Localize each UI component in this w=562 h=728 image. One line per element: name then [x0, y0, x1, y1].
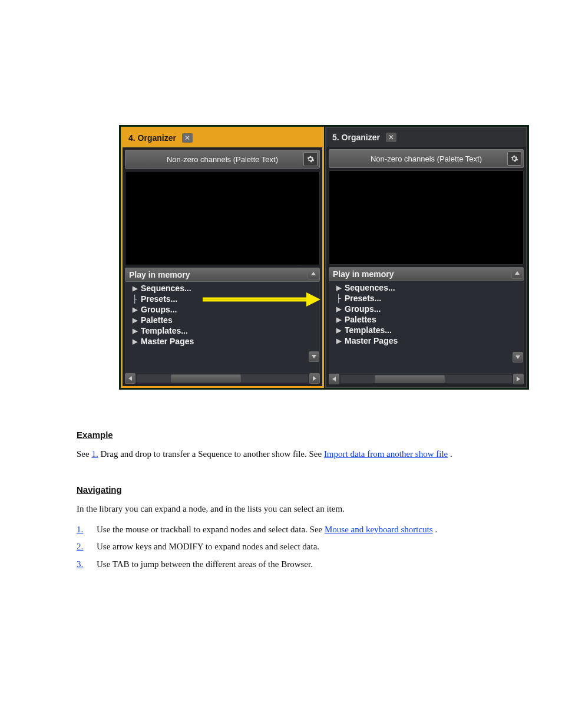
tree-label: Master Pages [345, 336, 398, 345]
scroll-thumb[interactable] [171, 374, 240, 383]
tree-label: Groups... [345, 304, 381, 314]
organizer-panel-5[interactable]: 5. Organizer ✕ Non-zero channels (Palett… [325, 127, 527, 388]
heading-example: Example [77, 428, 489, 442]
text: . [435, 525, 437, 534]
vertical-scrollbar[interactable] [309, 282, 319, 362]
section-header[interactable]: Play in memory [125, 268, 320, 282]
tree-label: Templates... [345, 325, 392, 335]
tree-label: Sequences... [345, 283, 395, 292]
scroll-up-icon[interactable] [511, 267, 523, 279]
section-header[interactable]: Play in memory [329, 267, 524, 281]
screenshot-region: 4. Organizer ✕ Non-zero channels (Palett… [119, 125, 529, 390]
tree-item-sequences[interactable]: ▶Sequences... [131, 283, 319, 294]
scroll-up-icon[interactable] [308, 268, 319, 279]
tree-item-palettes[interactable]: ▶Palettes [335, 314, 523, 325]
section-label: Play in memory [333, 269, 394, 279]
tree-label: Palettes [141, 315, 173, 325]
organizer-panel-4[interactable]: 4. Organizer ✕ Non-zero channels (Palett… [121, 127, 324, 388]
vertical-scrollbar[interactable] [513, 281, 523, 363]
scroll-left-icon[interactable] [329, 374, 339, 384]
tree-item-templates[interactable]: ▶Templates... [335, 325, 523, 335]
branch-icon: ├ [335, 294, 342, 303]
paragraph: In the library you can expand a node, an… [77, 502, 489, 516]
text: Use arrow keys and MODIFY to expand node… [97, 540, 489, 554]
tab-title[interactable]: 5. Organizer [329, 131, 384, 143]
expand-icon[interactable]: ▶ [335, 284, 342, 292]
tree-label: Groups... [141, 305, 177, 314]
link-num-2[interactable]: 2. [77, 542, 83, 551]
text: Use the mouse or trackball to expand nod… [97, 525, 325, 534]
tree-label: Master Pages [141, 337, 194, 346]
gear-icon[interactable] [303, 152, 318, 166]
horizontal-scrollbar[interactable] [125, 373, 320, 384]
expand-icon[interactable]: ▶ [335, 305, 342, 313]
tree-item-groups[interactable]: ▶Groups... [335, 304, 523, 314]
link-num-1[interactable]: 1. [77, 525, 83, 534]
scroll-left-icon[interactable] [125, 373, 135, 384]
tree-label: Presets... [141, 294, 177, 304]
tree-item-sequences[interactable]: ▶Sequences... [335, 282, 523, 293]
text: See [77, 449, 91, 459]
tree-item-presets[interactable]: ├Presets... [335, 293, 523, 304]
link-import[interactable]: Import data from another show file [324, 449, 448, 459]
expand-icon[interactable]: ▶ [335, 337, 342, 345]
text: Use TAB to jump between the different ar… [97, 558, 489, 571]
text: Drag and drop to transfer a Sequence to … [100, 449, 323, 459]
content-area[interactable] [125, 171, 320, 265]
link-ref-1[interactable]: 1. [91, 449, 98, 459]
tree-item-masterpages[interactable]: ▶Master Pages [335, 335, 523, 346]
header-label: Non-zero channels (Palette Text) [371, 154, 482, 163]
tree-label: Palettes [345, 315, 376, 324]
close-icon[interactable]: ✕ [386, 133, 396, 142]
tree-label: Presets... [345, 294, 381, 303]
tree-item-groups[interactable]: ▶Groups... [131, 304, 319, 315]
close-icon[interactable]: ✕ [182, 133, 193, 143]
scroll-down-icon[interactable] [309, 351, 319, 362]
scroll-track[interactable] [137, 374, 308, 383]
scroll-track[interactable] [340, 375, 512, 383]
tab-strip: 4. Organizer ✕ [123, 129, 322, 147]
tree-item-masterpages[interactable]: ▶Master Pages [131, 336, 319, 347]
expand-icon[interactable]: ▶ [131, 338, 138, 345]
header-label: Non-zero channels (Palette Text) [167, 155, 278, 164]
expand-icon[interactable]: ▶ [131, 327, 138, 335]
horizontal-scrollbar[interactable] [329, 374, 524, 384]
scroll-right-icon[interactable] [513, 374, 524, 384]
scroll-thumb[interactable] [375, 375, 444, 383]
section-label: Play in memory [129, 270, 190, 279]
tree-item-palettes[interactable]: ▶Palettes [131, 315, 319, 325]
expand-icon[interactable]: ▶ [335, 327, 342, 334]
expand-icon[interactable]: ▶ [131, 317, 138, 324]
panel-header: Non-zero channels (Palette Text) [125, 150, 320, 169]
list-item: 3. Use TAB to jump between the different… [77, 558, 489, 571]
text: . [450, 449, 452, 459]
tree-label: Templates... [141, 326, 188, 335]
gear-icon[interactable] [507, 151, 521, 166]
tree-label: Sequences... [141, 284, 191, 293]
list-item: 1. Use the mouse or trackball to expand … [77, 523, 489, 536]
paragraph: See 1. Drag and drop to transfer a Seque… [77, 447, 489, 461]
tree-list: ▶Sequences... ├Presets... ▶Groups... ▶Pa… [125, 282, 320, 373]
list-item: 2. Use arrow keys and MODIFY to expand n… [77, 540, 489, 554]
scroll-right-icon[interactable] [309, 373, 320, 384]
link-mouse-shortcuts[interactable]: Mouse and keyboard shortcuts [325, 525, 433, 534]
doc-body: Example See 1. Drag and drop to transfer… [77, 407, 489, 575]
expand-icon[interactable]: ▶ [131, 306, 138, 314]
heading-navigating: Navigating [77, 483, 489, 496]
link-num-3[interactable]: 3. [77, 559, 83, 569]
tree-list: ▶Sequences... ├Presets... ▶Groups... ▶Pa… [329, 281, 524, 374]
scroll-down-icon[interactable] [513, 352, 523, 363]
panel-header: Non-zero channels (Palette Text) [329, 149, 524, 168]
tree-item-presets[interactable]: ├Presets... [131, 294, 319, 304]
expand-icon[interactable]: ▶ [131, 285, 138, 292]
tree-item-templates[interactable]: ▶Templates... [131, 325, 319, 336]
branch-icon: ├ [131, 295, 138, 304]
tab-strip: 5. Organizer ✕ [326, 128, 526, 147]
content-area[interactable] [329, 170, 524, 265]
tab-title[interactable]: 4. Organizer [125, 132, 180, 144]
expand-icon[interactable]: ▶ [335, 316, 342, 324]
